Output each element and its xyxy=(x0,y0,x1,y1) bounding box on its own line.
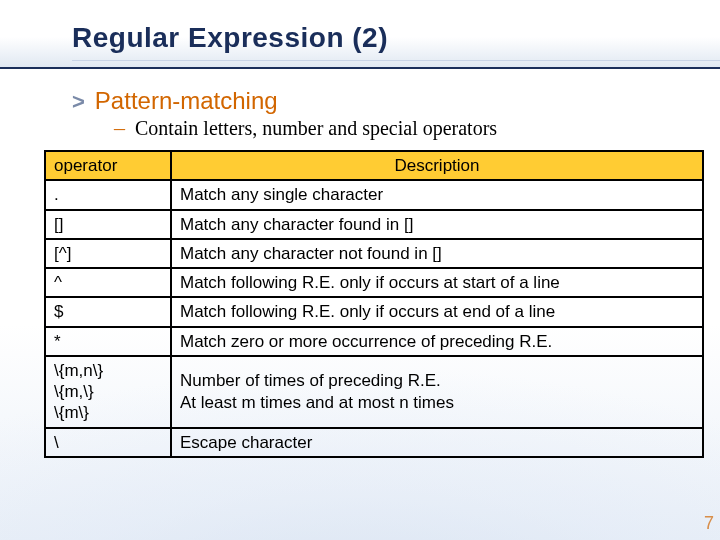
cell-operator: \ xyxy=(45,428,171,457)
table-row: [^] Match any character not found in [] xyxy=(45,239,703,268)
header-operator: operator xyxy=(45,151,171,180)
cell-description: Match following R.E. only if occurs at e… xyxy=(171,297,703,326)
table-row: $ Match following R.E. only if occurs at… xyxy=(45,297,703,326)
title-underline-dark xyxy=(0,67,720,69)
cell-description: Match any character not found in [] xyxy=(171,239,703,268)
title-underline-light xyxy=(72,60,720,61)
table-row: [] Match any character found in [] xyxy=(45,210,703,239)
header-description: Description xyxy=(171,151,703,180)
bullet-l1-text: Pattern-matching xyxy=(95,87,278,115)
cell-operator: . xyxy=(45,180,171,209)
cell-operator: \{m,n\} \{m,\} \{m\} xyxy=(45,356,171,428)
dash-icon: – xyxy=(114,117,125,139)
bullet-level-1: > Pattern-matching xyxy=(72,87,700,115)
table-row: * Match zero or more occurrence of prece… xyxy=(45,327,703,356)
cell-description: Match any character found in [] xyxy=(171,210,703,239)
chevron-icon: > xyxy=(72,91,85,113)
table-row: \ Escape character xyxy=(45,428,703,457)
cell-operator: ^ xyxy=(45,268,171,297)
table-row: ^ Match following R.E. only if occurs at… xyxy=(45,268,703,297)
slide-title: Regular Expression (2) xyxy=(72,22,720,54)
title-bar: Regular Expression (2) xyxy=(0,0,720,67)
cell-description: Escape character xyxy=(171,428,703,457)
slide: Regular Expression (2) > Pattern-matchin… xyxy=(0,0,720,540)
cell-description: Match any single character xyxy=(171,180,703,209)
table-header-row: operator Description xyxy=(45,151,703,180)
cell-description: Number of times of preceding R.E. At lea… xyxy=(171,356,703,428)
operators-table: operator Description . Match any single … xyxy=(44,150,704,458)
cell-operator: * xyxy=(45,327,171,356)
cell-operator: $ xyxy=(45,297,171,326)
slide-body: > Pattern-matching – Contain letters, nu… xyxy=(0,67,720,458)
cell-operator: [] xyxy=(45,210,171,239)
cell-description: Match zero or more occurrence of precedi… xyxy=(171,327,703,356)
bullet-l2-text: Contain letters, number and special oper… xyxy=(135,117,497,140)
table-row: . Match any single character xyxy=(45,180,703,209)
bullet-level-2: – Contain letters, number and special op… xyxy=(114,117,700,140)
page-number: 7 xyxy=(704,513,714,534)
cell-operator: [^] xyxy=(45,239,171,268)
table-row: \{m,n\} \{m,\} \{m\} Number of times of … xyxy=(45,356,703,428)
cell-description: Match following R.E. only if occurs at s… xyxy=(171,268,703,297)
